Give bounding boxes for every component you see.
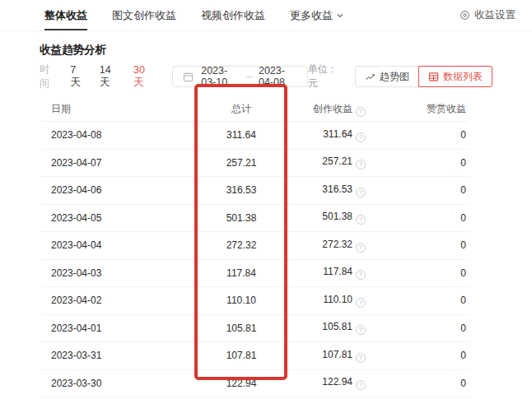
cell-total: 117.84 xyxy=(189,267,293,279)
cell-creation: 501.38? xyxy=(293,211,369,225)
tab-article-income[interactable]: 图文创作收益 xyxy=(112,0,176,30)
cell-reward: 0 xyxy=(369,239,469,251)
income-table: 日期 总计 创作收益? 赞赏收益 2023-04-08 311.64 311.6… xyxy=(41,97,469,397)
trend-line-icon xyxy=(365,72,376,82)
cell-reward: 0 xyxy=(369,212,469,224)
cell-date: 2023-04-05 xyxy=(41,212,189,224)
table-row: 2023-04-04 272.32 272.32? 0 xyxy=(41,232,469,260)
col-header-creation: 创作收益? xyxy=(293,102,369,117)
cell-creation: 117.84? xyxy=(293,266,369,280)
cell-reward: 0 xyxy=(369,322,469,334)
info-icon[interactable]: ? xyxy=(356,132,366,142)
cell-date: 2023-04-04 xyxy=(41,239,189,251)
table-row: 2023-04-05 501.38 501.38? 0 xyxy=(41,205,469,233)
cell-creation-value: 110.10 xyxy=(323,294,352,305)
info-icon[interactable]: ? xyxy=(356,270,366,280)
tab-label: 更多收益 xyxy=(290,8,333,23)
info-icon[interactable]: ? xyxy=(356,298,366,308)
date-range-picker[interactable]: 2023-03-10 – 2023-04-08 xyxy=(172,66,308,87)
cell-total: 105.81 xyxy=(189,322,293,334)
info-icon[interactable]: ? xyxy=(356,325,366,335)
trend-chart-button[interactable]: 趋势图 xyxy=(355,66,419,87)
col-header-creation-label: 创作收益 xyxy=(313,103,352,114)
income-settings-button[interactable]: 收益设置 xyxy=(460,0,516,30)
cell-reward: 0 xyxy=(369,129,469,141)
data-list-button[interactable]: 数据列表 xyxy=(418,66,492,87)
table-row: 2023-03-30 122.94 122.94? 0 xyxy=(41,370,469,398)
tab-overall-income[interactable]: 整体收益 xyxy=(44,0,87,30)
range-30d[interactable]: 30天 xyxy=(133,64,151,90)
cell-creation: 105.81? xyxy=(293,321,369,335)
cell-total: 272.32 xyxy=(189,239,293,251)
date-end: 2023-04-08 xyxy=(259,65,297,88)
filter-row: 时间 7天 14天 30天 2023-03-10 – 2023-04-08 单位… xyxy=(40,66,492,87)
cell-reward: 0 xyxy=(369,267,469,279)
cell-creation-value: 122.94 xyxy=(322,376,352,387)
tab-video-income[interactable]: 视频创作收益 xyxy=(201,0,265,30)
cell-creation: 272.32? xyxy=(293,239,369,253)
date-separator: – xyxy=(246,71,252,82)
cell-creation-value: 105.81 xyxy=(322,321,352,332)
tab-label: 整体收益 xyxy=(44,8,87,23)
cell-date: 2023-04-06 xyxy=(41,184,189,196)
cell-creation-value: 272.32 xyxy=(322,239,352,250)
gear-icon xyxy=(460,10,470,21)
cell-reward: 0 xyxy=(369,350,469,361)
tab-label: 图文创作收益 xyxy=(112,8,176,23)
cell-date: 2023-03-30 xyxy=(41,378,189,389)
trend-button-label: 趋势图 xyxy=(380,70,409,84)
cell-reward: 0 xyxy=(369,157,469,169)
cell-total: 107.81 xyxy=(189,350,293,361)
data-list-button-label: 数据列表 xyxy=(443,70,483,84)
table-row: 2023-04-01 105.81 105.81? 0 xyxy=(41,315,469,343)
table-body: 2023-04-08 311.64 311.64? 0 2023-04-07 2… xyxy=(41,122,469,397)
cell-date: 2023-03-31 xyxy=(41,350,189,361)
cell-total: 122.94 xyxy=(189,378,293,389)
cell-creation-value: 107.81 xyxy=(322,349,352,360)
info-icon[interactable]: ? xyxy=(356,353,366,363)
cell-total: 316.53 xyxy=(189,184,293,196)
unit-label: 单位： 元 xyxy=(308,63,342,90)
info-icon[interactable]: ? xyxy=(356,107,366,117)
cell-total: 311.64 xyxy=(189,129,293,141)
cell-reward: 0 xyxy=(369,378,469,389)
cell-creation-value: 501.38 xyxy=(322,211,352,222)
range-7d[interactable]: 7天 xyxy=(70,64,83,90)
range-14d[interactable]: 14天 xyxy=(100,64,117,90)
chevron-down-icon xyxy=(336,12,344,20)
cell-creation-value: 117.84 xyxy=(323,266,352,277)
info-icon[interactable]: ? xyxy=(356,188,366,197)
col-header-date: 日期 xyxy=(41,102,189,116)
info-icon[interactable]: ? xyxy=(356,215,366,225)
table-row: 2023-04-07 257.21 257.21? 0 xyxy=(41,150,469,178)
cell-creation-value: 316.53 xyxy=(322,183,352,195)
col-header-total: 总计 xyxy=(189,102,293,116)
content-area: 收益趋势分析 时间 7天 14天 30天 2023-03-10 – 2023-0… xyxy=(0,43,532,397)
cell-date: 2023-04-02 xyxy=(41,295,189,306)
info-icon[interactable]: ? xyxy=(356,380,366,390)
cell-date: 2023-04-01 xyxy=(41,322,189,334)
info-icon[interactable]: ? xyxy=(356,160,366,169)
cell-creation: 257.21? xyxy=(293,155,369,169)
cell-creation: 110.10? xyxy=(293,294,369,308)
info-icon[interactable]: ? xyxy=(356,243,366,253)
tabbar-spacer xyxy=(369,0,460,30)
income-dashboard: 整体收益 图文创作收益 视频创作收益 更多收益 收益设置 收益趋势分析 时间 7… xyxy=(0,0,532,399)
top-tab-bar: 整体收益 图文创作收益 视频创作收益 更多收益 收益设置 xyxy=(0,0,532,31)
table-row: 2023-04-03 117.84 117.84? 0 xyxy=(41,260,469,288)
time-label: 时间 xyxy=(40,63,55,90)
cell-total: 257.21 xyxy=(189,157,293,169)
cell-creation-value: 257.21 xyxy=(322,155,352,167)
cell-creation: 311.64? xyxy=(293,128,369,142)
cell-reward: 0 xyxy=(369,184,469,196)
tab-more-income[interactable]: 更多收益 xyxy=(290,0,344,30)
table-row: 2023-04-06 316.53 316.53? 0 xyxy=(41,177,469,205)
settings-label: 收益设置 xyxy=(474,8,516,22)
section-title: 收益趋势分析 xyxy=(40,43,532,58)
cell-creation-value: 311.64 xyxy=(323,128,352,140)
date-start: 2023-03-10 xyxy=(201,65,240,88)
tab-label: 视频创作收益 xyxy=(201,8,265,23)
cell-creation: 316.53? xyxy=(293,183,369,197)
cell-date: 2023-04-08 xyxy=(41,129,189,141)
cell-date: 2023-04-07 xyxy=(41,157,189,169)
